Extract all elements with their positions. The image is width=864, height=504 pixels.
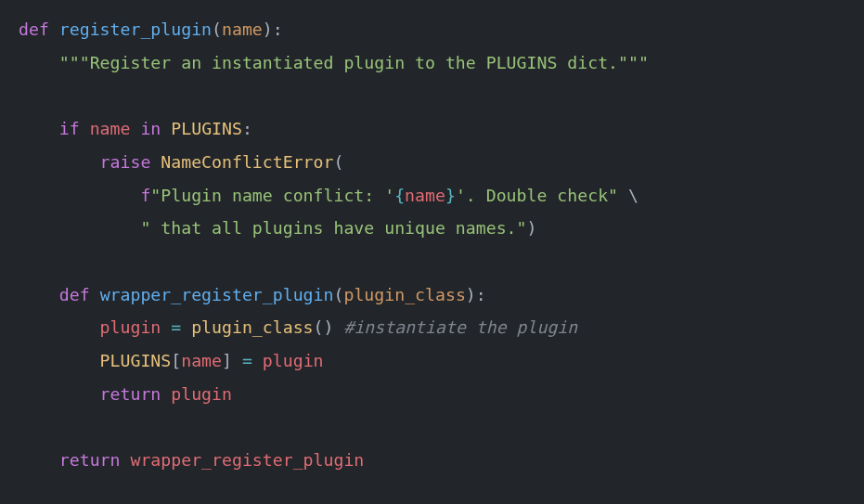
code-line[interactable]: """Register an instantiated plugin to th… bbox=[19, 53, 649, 72]
code-token: register_plugin bbox=[59, 19, 212, 39]
code-token: = bbox=[242, 351, 263, 370]
code-token: () bbox=[314, 317, 344, 337]
code-token: plugin bbox=[171, 384, 232, 404]
code-token: ( bbox=[333, 152, 343, 172]
code-token: PLUGINS bbox=[171, 119, 242, 138]
code-token: name bbox=[405, 186, 445, 205]
code-token: #instantiate the plugin bbox=[343, 317, 577, 337]
code-token: f bbox=[140, 186, 150, 205]
code-line[interactable]: PLUGINS[name] = plugin bbox=[19, 351, 324, 370]
code-line[interactable]: def register_plugin(name): bbox=[19, 19, 283, 39]
code-line[interactable]: " that all plugins have unique names.") bbox=[19, 218, 536, 238]
code-line[interactable]: return wrapper_register_plugin bbox=[19, 450, 364, 470]
code-token: plugin_class bbox=[343, 285, 465, 304]
code-line[interactable]: raise NameConflictError( bbox=[19, 152, 343, 172]
code-token: raise bbox=[100, 152, 161, 172]
code-token: in bbox=[140, 119, 171, 138]
code-editor-content[interactable]: def register_plugin(name): """Register a… bbox=[0, 0, 864, 490]
code-token: PLUGINS bbox=[100, 351, 172, 370]
code-token: ): bbox=[466, 285, 486, 304]
code-line[interactable]: def wrapper_register_plugin(plugin_class… bbox=[19, 285, 486, 304]
code-token: def bbox=[19, 19, 59, 39]
code-token: name bbox=[181, 351, 222, 370]
code-token: } bbox=[445, 186, 456, 205]
code-line[interactable]: return plugin bbox=[19, 384, 232, 404]
code-token: name bbox=[90, 119, 141, 138]
code-token: [ bbox=[171, 351, 181, 370]
code-token: if bbox=[59, 119, 90, 138]
code-token: ] bbox=[222, 351, 242, 370]
code-token: NameConflictError bbox=[161, 152, 333, 172]
code-line[interactable]: if name in PLUGINS: bbox=[19, 119, 252, 138]
code-token: def bbox=[59, 285, 100, 304]
code-token: return bbox=[59, 450, 131, 470]
code-token: plugin_class bbox=[191, 317, 313, 337]
code-token: return bbox=[100, 384, 172, 404]
code-token: '. Double check" bbox=[456, 186, 618, 205]
code-token: ) bbox=[527, 218, 537, 238]
code-token: { bbox=[394, 186, 405, 205]
code-token: wrapper_register_plugin bbox=[100, 285, 334, 304]
code-token: plugin bbox=[263, 351, 324, 370]
code-token: \ bbox=[618, 186, 638, 205]
code-token: wrapper_register_plugin bbox=[130, 450, 364, 470]
code-token: plugin bbox=[100, 317, 172, 337]
code-line[interactable]: plugin = plugin_class() #instantiate the… bbox=[19, 317, 577, 337]
code-line[interactable]: f"Plugin name conflict: '{name}'. Double… bbox=[19, 186, 638, 205]
code-token: " that all plugins have unique names." bbox=[140, 218, 526, 238]
code-token: "Plugin name conflict: ' bbox=[150, 186, 394, 205]
code-token: : bbox=[242, 119, 252, 138]
code-token: ( bbox=[333, 285, 343, 304]
code-token: """Register an instantiated plugin to th… bbox=[59, 53, 649, 72]
code-token: ): bbox=[263, 19, 283, 39]
code-token: ( bbox=[212, 19, 222, 39]
code-token: = bbox=[171, 317, 191, 337]
code-token: name bbox=[222, 19, 263, 39]
